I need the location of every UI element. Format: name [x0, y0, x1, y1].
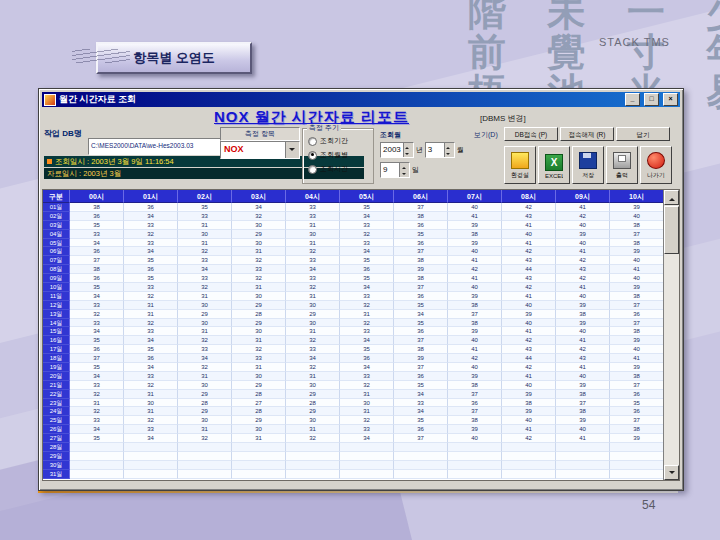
- grid-cell: 42: [556, 345, 610, 354]
- grid-cell: 34: [124, 247, 178, 256]
- vertical-scrollbar[interactable]: [663, 190, 679, 480]
- row-label: 01일: [43, 203, 70, 212]
- excel-export-button[interactable]: X EXCEL: [538, 146, 570, 184]
- window-title: 월간 시간자료 조회: [59, 93, 621, 106]
- grid-cell: 39: [448, 292, 502, 301]
- grid-cell: 41: [502, 372, 556, 381]
- minimize-button[interactable]: _: [625, 93, 640, 106]
- grid-cell: 39: [610, 203, 663, 212]
- db-connect-button[interactable]: DB접속 (P): [504, 127, 558, 141]
- grid-cell: 36: [124, 265, 178, 274]
- table-row: 13일3231292829313437393836: [43, 310, 663, 319]
- grid-cell: 31: [232, 434, 286, 443]
- exit-button[interactable]: 나가기: [640, 146, 672, 184]
- grid-column-header: 08시: [502, 190, 556, 203]
- grid-cell: 40: [448, 336, 502, 345]
- grid-cell: 39: [394, 354, 448, 363]
- db-disconnect-button[interactable]: 접속해제 (R): [560, 127, 614, 141]
- row-label: 24일: [43, 407, 70, 416]
- toolbar-label: 저장: [579, 171, 597, 180]
- row-label: 05일: [43, 239, 70, 248]
- grid-cell: [394, 452, 448, 461]
- grid-column-header: 06시: [394, 190, 448, 203]
- grid-cell: 29: [232, 416, 286, 425]
- row-label: 13일: [43, 310, 70, 319]
- query-time-text: 조회일시 : 2003년 3월 9일 11:16:54: [55, 156, 174, 167]
- grid-cell: 41: [610, 354, 663, 363]
- grid-cell: 40: [610, 274, 663, 283]
- radio-label: 조회기간: [320, 136, 348, 146]
- row-label: 07일: [43, 256, 70, 265]
- grid-cell: 31: [178, 239, 232, 248]
- grid-cell: [232, 470, 286, 479]
- scrollbar-thumb[interactable]: [664, 206, 679, 254]
- grid-cell: 35: [340, 345, 394, 354]
- excel-icon: X: [545, 154, 563, 171]
- radio-period-hour[interactable]: 조회시간: [308, 164, 348, 174]
- print-button[interactable]: 출력: [606, 146, 638, 184]
- spinner-arrows-icon[interactable]: [403, 143, 413, 157]
- grid-cell: 33: [340, 372, 394, 381]
- grid-cell: 33: [124, 283, 178, 292]
- window-titlebar[interactable]: 월간 시간자료 조회 _ □ ×: [42, 92, 680, 107]
- close-panel-button[interactable]: 닫기: [616, 127, 670, 141]
- save-button[interactable]: 저장: [572, 146, 604, 184]
- grid-cell: [394, 461, 448, 470]
- app-icon: [44, 94, 56, 106]
- radio-label: 조회시간: [320, 164, 348, 174]
- item-select-value: NOX: [221, 142, 285, 158]
- grid-cell: 40: [448, 247, 502, 256]
- scroll-down-icon[interactable]: [664, 465, 679, 480]
- grid-cell: 31: [70, 399, 124, 408]
- grid-cell: 40: [448, 283, 502, 292]
- year-spinner[interactable]: 2003: [380, 142, 414, 158]
- maximize-button[interactable]: □: [644, 93, 659, 106]
- grid-cell: 31: [178, 292, 232, 301]
- grid-cell: 36: [610, 407, 663, 416]
- grid-cell: 39: [502, 407, 556, 416]
- grid-cell: [610, 470, 663, 479]
- spinner-arrows-icon[interactable]: [399, 163, 409, 177]
- grid-cell: 33: [70, 381, 124, 390]
- grid-cell: 36: [394, 327, 448, 336]
- day-spinner[interactable]: 9: [380, 162, 410, 178]
- grid-cell: [610, 443, 663, 452]
- close-button[interactable]: ×: [663, 93, 678, 106]
- radio-period-month[interactable]: 조회월별: [308, 150, 348, 160]
- item-select[interactable]: NOX: [220, 141, 300, 159]
- grid-cell: 33: [70, 319, 124, 328]
- grid-column-header: 02시: [178, 190, 232, 203]
- grid-cell: 40: [610, 212, 663, 221]
- grid-cell: [556, 443, 610, 452]
- grid-cell: [394, 443, 448, 452]
- grid-cell: 42: [502, 203, 556, 212]
- radio-period-range[interactable]: 조회기간: [308, 136, 348, 146]
- month-spinner[interactable]: 3: [425, 142, 455, 158]
- spinner-arrows-icon[interactable]: [444, 143, 454, 157]
- table-row: 30일: [43, 461, 663, 470]
- grid-cell: 34: [394, 407, 448, 416]
- grid-cell: 40: [502, 319, 556, 328]
- grid-cell: 33: [124, 239, 178, 248]
- scrollbar-track[interactable]: [664, 205, 679, 465]
- grid-cell: 42: [502, 283, 556, 292]
- grid-cell: 31: [286, 327, 340, 336]
- grid-cell: 34: [340, 212, 394, 221]
- grid-cell: 43: [502, 274, 556, 283]
- grid-cell: 32: [340, 381, 394, 390]
- table-row: 09일3635333233353841434240: [43, 274, 663, 283]
- grid-cell: [448, 452, 502, 461]
- scroll-up-icon[interactable]: [664, 190, 679, 205]
- grid-cell: 28: [232, 407, 286, 416]
- table-row: 25일3332302930323538403937: [43, 416, 663, 425]
- grid-cell: 35: [70, 336, 124, 345]
- grid-cell: 39: [610, 434, 663, 443]
- settings-button[interactable]: 환경설정: [504, 146, 536, 184]
- data-table[interactable]: 구분00시01시02시03시04시05시06시07시08시09시10시 01일3…: [42, 189, 680, 481]
- grid-cell: 31: [340, 390, 394, 399]
- grid-cell: [556, 470, 610, 479]
- grid-cell: 40: [502, 230, 556, 239]
- grid-cell: 39: [448, 372, 502, 381]
- chevron-down-icon[interactable]: [285, 142, 299, 158]
- db-path-field[interactable]: C:\MES2000\DATA\we-Hes2003.03: [88, 138, 222, 155]
